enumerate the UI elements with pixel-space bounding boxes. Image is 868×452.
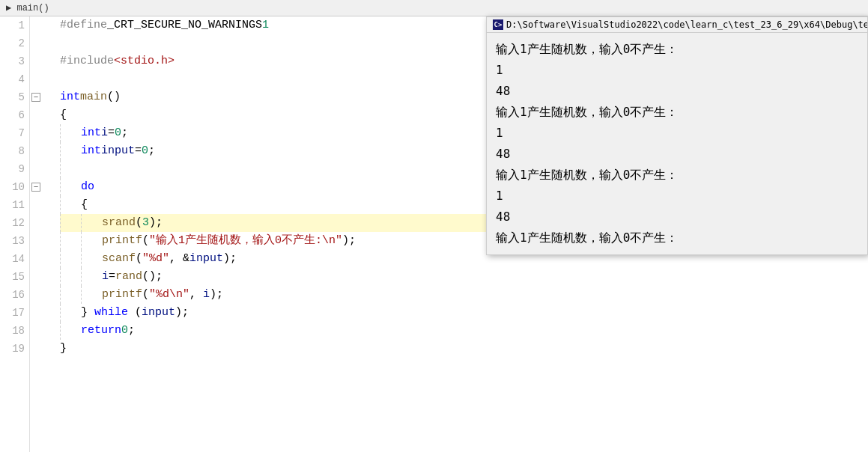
collapse-gutter-row xyxy=(30,340,42,358)
collapse-gutter-row[interactable]: − xyxy=(30,88,42,106)
collapse-button[interactable]: − xyxy=(31,93,40,102)
indent-gutter-row xyxy=(42,88,54,106)
terminal-output-line: 输入1产生随机数，输入0不产生： xyxy=(496,102,858,123)
terminal-output-line: 1 xyxy=(496,186,858,207)
terminal-output-line: 输入1产生随机数，输入0不产生： xyxy=(496,227,858,248)
top-bar: ▶ main() xyxy=(0,0,868,16)
indent-gutter-row xyxy=(42,304,54,322)
line-number: 5 xyxy=(0,88,25,106)
collapse-gutter-row xyxy=(30,214,42,232)
line-number: 8 xyxy=(0,142,25,160)
collapse-gutter-row xyxy=(30,124,42,142)
collapse-gutter-row xyxy=(30,268,42,286)
collapse-gutter-row xyxy=(30,322,42,340)
top-bar-label: ▶ main() xyxy=(6,2,49,13)
line-number: 4 xyxy=(0,70,25,88)
collapse-gutter-row xyxy=(30,142,42,160)
line-number: 2 xyxy=(0,34,25,52)
terminal-body: 输入1产生随机数，输入0不产生：148输入1产生随机数，输入0不产生：148输入… xyxy=(487,33,867,254)
indent-gutter-row xyxy=(42,196,54,214)
collapse-gutter-row xyxy=(30,34,42,52)
indent-gutter-row xyxy=(42,340,54,358)
collapse-gutter-row xyxy=(30,250,42,268)
indent-gutter-row xyxy=(42,286,54,304)
indent-gutter-row xyxy=(42,142,54,160)
terminal-titlebar: C> D:\Software\VisualStudio2022\code\lea… xyxy=(487,17,867,33)
code-line: } xyxy=(60,340,868,358)
line-number: 12 xyxy=(0,214,25,232)
line-number: 7 xyxy=(0,124,25,142)
terminal-output-line: 输入1产生随机数，输入0不产生： xyxy=(496,165,858,186)
indent-gutter-row xyxy=(42,124,54,142)
line-number: 19 xyxy=(0,340,25,358)
line-number: 9 xyxy=(0,160,25,178)
collapse-gutter-row xyxy=(30,160,42,178)
collapse-gutter-row xyxy=(30,196,42,214)
line-number: 14 xyxy=(0,250,25,268)
code-line: } while (input); xyxy=(60,304,868,322)
code-line: return 0; xyxy=(60,322,868,340)
collapse-gutter-row xyxy=(30,304,42,322)
line-number: 3 xyxy=(0,52,25,70)
terminal-output-line: 1 xyxy=(496,60,858,81)
terminal-output-line: 48 xyxy=(496,207,858,227)
collapse-button[interactable]: − xyxy=(31,183,40,192)
terminal-output-line: 48 xyxy=(496,144,858,165)
code-line: printf("%d\n", i); xyxy=(60,286,868,304)
terminal-title: D:\Software\VisualStudio2022\code\learn_… xyxy=(506,19,867,30)
indent-gutter-row xyxy=(42,70,54,88)
collapse-gutter-row xyxy=(30,106,42,124)
indent-gutter-row xyxy=(42,214,54,232)
indent-gutter-row xyxy=(42,178,54,196)
code-line: i = rand(); xyxy=(60,268,868,286)
line-number: 13 xyxy=(0,232,25,250)
collapse-gutter-row xyxy=(30,16,42,34)
indent-gutter-row xyxy=(42,52,54,70)
indent-gutter xyxy=(42,16,54,452)
collapse-gutter-row xyxy=(30,232,42,250)
indent-gutter-row xyxy=(42,106,54,124)
line-number: 17 xyxy=(0,304,25,322)
line-number: 11 xyxy=(0,196,25,214)
line-numbers: 12345678910111213141516171819 xyxy=(0,16,30,452)
collapse-gutter-row xyxy=(30,52,42,70)
line-number: 18 xyxy=(0,322,25,340)
indent-gutter-row xyxy=(42,232,54,250)
indent-gutter-row xyxy=(42,322,54,340)
line-number: 10 xyxy=(0,178,25,196)
line-number: 1 xyxy=(0,16,25,34)
indent-gutter-row xyxy=(42,160,54,178)
indent-gutter-row xyxy=(42,16,54,34)
indent-gutter-row xyxy=(42,250,54,268)
terminal-overlay[interactable]: C> D:\Software\VisualStudio2022\code\lea… xyxy=(486,16,868,255)
editor-area: ▶ main() 12345678910111213141516171819 −… xyxy=(0,0,868,452)
indent-gutter-row xyxy=(42,34,54,52)
collapse-gutter-row xyxy=(30,286,42,304)
collapse-gutter: −− xyxy=(30,16,42,452)
terminal-output-line: 1 xyxy=(496,123,858,144)
line-number: 16 xyxy=(0,286,25,304)
collapse-gutter-row[interactable]: − xyxy=(30,178,42,196)
terminal-output-line: 48 xyxy=(496,81,858,102)
line-number: 6 xyxy=(0,106,25,124)
line-number: 15 xyxy=(0,268,25,286)
terminal-output-line: 输入1产生随机数，输入0不产生： xyxy=(496,39,858,60)
terminal-icon: C> xyxy=(493,19,503,30)
collapse-gutter-row xyxy=(30,70,42,88)
indent-gutter-row xyxy=(42,268,54,286)
